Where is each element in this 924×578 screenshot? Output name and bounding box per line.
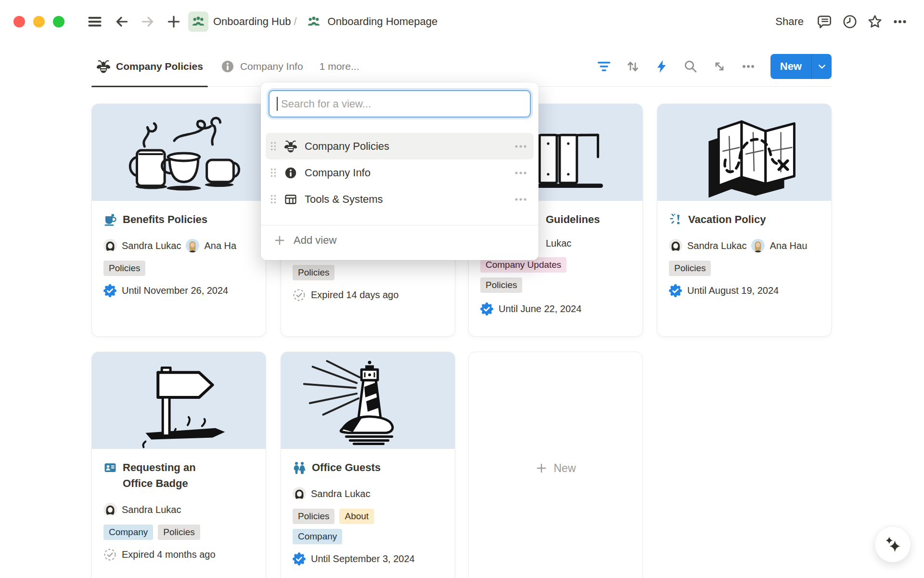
new-entry-button[interactable]: New [770, 54, 832, 79]
app-window: Onboarding Hub / Onboarding Homepage Sha… [0, 0, 924, 578]
tag-policies: Policies [293, 265, 334, 280]
tag-company: Company [103, 525, 153, 540]
ai-assistant-button[interactable] [874, 526, 911, 563]
status-row: Until June 22, 2024 [480, 302, 631, 315]
lightning-bolt-icon [654, 59, 669, 74]
updates-button[interactable] [839, 11, 860, 32]
view-item-more-button[interactable] [513, 194, 529, 205]
status-row: Until November 26, 2024 [103, 284, 254, 297]
verified-badge-icon [293, 552, 306, 565]
search-icon [683, 59, 698, 74]
tab-label: Company Info [240, 61, 303, 72]
new-entry-dropdown-button[interactable] [811, 54, 832, 79]
drag-handle-icon[interactable] [270, 142, 278, 151]
forward-button[interactable] [137, 11, 158, 32]
card-title: Benefits Policies [123, 211, 207, 227]
drag-handle-icon[interactable] [270, 195, 278, 204]
view-item-more-button[interactable] [513, 167, 529, 179]
plus-icon [166, 13, 182, 30]
menu-divider [261, 225, 539, 225]
status-row: Until August 19, 2024 [669, 284, 820, 297]
person-name: Ana Ha [204, 240, 236, 251]
favorite-button[interactable] [864, 11, 886, 32]
tag-policies: Policies [103, 261, 145, 276]
person-name: Lukac [546, 238, 571, 249]
ellipsis-icon [514, 197, 527, 201]
new-card-label: New [553, 462, 576, 475]
verified-badge-icon [103, 284, 116, 297]
comments-button[interactable] [814, 11, 835, 32]
bee-icon [96, 59, 111, 74]
comment-bubble-icon [817, 13, 833, 30]
view-item-tools-systems[interactable]: Tools & Systems [266, 186, 534, 212]
lighthouse-illustration [281, 352, 455, 449]
tab-company-policies[interactable]: Company Policies [91, 46, 208, 86]
tag-company: Company [293, 529, 342, 544]
info-icon [284, 166, 297, 180]
signpost-illustration [92, 352, 266, 449]
hamburger-icon [87, 13, 103, 30]
window-close-button[interactable] [13, 16, 25, 27]
sidebar-menu-button[interactable] [84, 11, 105, 32]
alert-gleam-icon [669, 213, 682, 226]
new-button-label[interactable]: New [770, 54, 811, 79]
card-benefits-policies[interactable]: Benefits Policies Sandra Lukac Ana Ha Po… [91, 104, 266, 337]
status-text: Until August 19, 2024 [687, 285, 779, 296]
chevron-down-icon [816, 60, 828, 73]
more-views-button[interactable]: 1 more... [320, 61, 359, 72]
tag-about: About [339, 509, 374, 524]
new-tab-button[interactable] [163, 11, 184, 32]
verified-badge-icon [669, 284, 682, 297]
breadcrumb-root[interactable]: Onboarding Hub [213, 15, 291, 28]
filter-button[interactable] [590, 54, 618, 79]
card-office-guests[interactable]: Office Guests Sandra Lukac Policies Abou… [281, 352, 455, 578]
tag-policies: Policies [293, 509, 334, 524]
people-row: Sandra Lukac Ana Hau [669, 239, 820, 252]
back-arrow-icon [114, 13, 130, 30]
clock-icon [842, 13, 858, 30]
avatar-ana [186, 239, 199, 252]
card-title: Vacation Policy [688, 211, 766, 227]
ellipsis-icon [892, 13, 908, 30]
window-zoom-button[interactable] [53, 16, 64, 27]
tab-company-info[interactable]: Company Info [216, 46, 308, 86]
person-name: Sandra Lukac [687, 240, 746, 251]
card-vacation-policy[interactable]: Vacation Policy Sandra Lukac Ana Hau Pol… [657, 104, 832, 337]
add-view-button[interactable]: Add view [261, 226, 539, 254]
ellipsis-icon [514, 171, 527, 175]
card-cover [92, 104, 266, 201]
drag-handle-icon[interactable] [270, 168, 278, 178]
new-card-placeholder[interactable]: New [468, 352, 643, 578]
info-icon [220, 59, 235, 74]
table-icon [284, 193, 297, 206]
people-row: Sandra Lukac [293, 487, 443, 500]
window-minimize-button[interactable] [33, 16, 45, 27]
breadcrumb-separator: / [294, 15, 296, 28]
filter-icon [596, 59, 612, 74]
avatar-sandra [669, 239, 682, 252]
views-dropdown: Company Policies Company Info Tools & Sy… [261, 82, 539, 260]
more-options-button[interactable] [889, 11, 911, 32]
view-item-company-policies[interactable]: Company Policies [266, 133, 534, 159]
view-item-more-button[interactable] [513, 141, 529, 152]
sort-button[interactable] [618, 54, 647, 79]
person-name: Ana Hau [770, 240, 807, 251]
automations-button[interactable] [647, 54, 676, 79]
back-button[interactable] [111, 11, 132, 32]
breadcrumb-current[interactable]: Onboarding Homepage [328, 15, 438, 28]
status-text: Until September 3, 2024 [311, 553, 415, 565]
tag-policies: Policies [158, 525, 200, 540]
plus-icon [273, 234, 286, 247]
expand-button[interactable] [705, 54, 734, 79]
titlebar: Onboarding Hub / Onboarding Homepage Sha… [0, 0, 924, 43]
card-cover [92, 352, 266, 449]
card-requesting-office-badge[interactable]: Requesting an Office Badge Sandra Lukac … [91, 352, 266, 578]
view-search-input[interactable] [269, 90, 531, 118]
avatar-sandra [103, 503, 117, 516]
avatar-sandra [293, 487, 306, 500]
view-options-button[interactable] [734, 54, 763, 79]
search-button[interactable] [676, 54, 705, 79]
view-item-company-info[interactable]: Company Info [266, 159, 534, 186]
share-button[interactable]: Share [769, 12, 810, 32]
people-row: Sandra Lukac Ana Ha [103, 239, 254, 252]
